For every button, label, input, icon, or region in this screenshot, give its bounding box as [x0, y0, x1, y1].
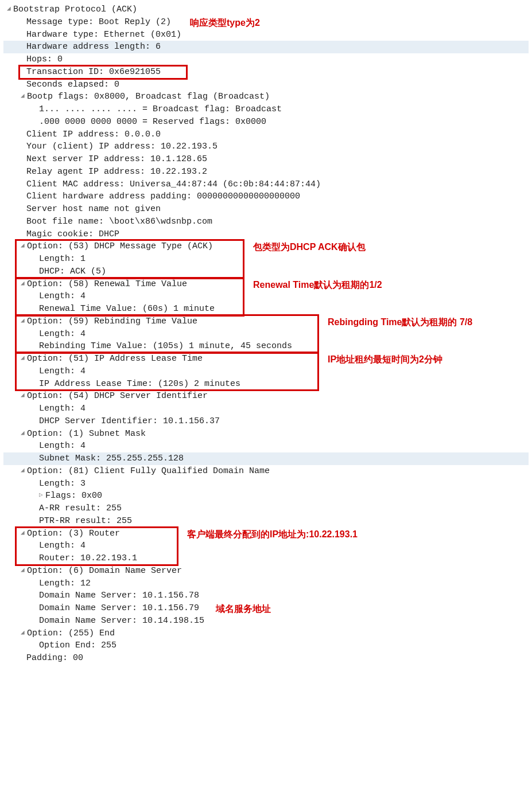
field-hardware-type[interactable]: Hardware type: Ethernet (0x01): [3, 29, 529, 41]
option-58-length[interactable]: Length: 4: [3, 290, 529, 303]
annot-opt58: Renewal Time默认为租期的1/2: [253, 278, 382, 291]
option-59-header[interactable]: ◢Option: (59) Rebinding Time ValueRebing…: [3, 315, 529, 328]
field-your-ip[interactable]: Your (client) IP address: 10.22.193.5: [3, 140, 529, 153]
packet-detail-pane[interactable]: ◢Bootstrap Protocol (ACK) Message type: …: [3, 3, 529, 665]
option-53-header[interactable]: ◢Option: (53) DHCP Message Type (ACK)包类型…: [3, 240, 529, 253]
field-message-type[interactable]: Message type: Boot Reply (2)响应类型type为2: [3, 16, 529, 29]
expand-icon[interactable]: ◢: [21, 92, 27, 101]
expand-icon[interactable]: ◢: [21, 317, 27, 326]
collapsed-icon[interactable]: ▷: [39, 491, 45, 500]
option-51-length[interactable]: Length: 4: [3, 365, 529, 378]
option-58-header[interactable]: ◢Option: (58) Renewal Time ValueRenewal …: [3, 278, 529, 291]
field-seconds-elapsed[interactable]: Seconds elapsed: 0: [3, 79, 529, 91]
tree-root[interactable]: ◢Bootstrap Protocol (ACK): [3, 3, 529, 16]
field-relay-agent-ip[interactable]: Relay agent IP address: 10.22.193.2: [3, 166, 529, 178]
option-3-value[interactable]: Router: 10.22.193.1: [3, 552, 529, 565]
option-3-header[interactable]: ◢Option: (3) Router客户端最终分配到的IP地址为:10.22.…: [3, 528, 529, 540]
option-81-length[interactable]: Length: 3: [3, 478, 529, 490]
annot-opt59: Rebingding Time默认为租期的 7/8: [328, 315, 472, 329]
field-bootp-flags[interactable]: ◢Bootp flags: 0x8000, Broadcast flag (Br…: [3, 91, 529, 103]
option-54-header[interactable]: ◢Option: (54) DHCP Server Identifier: [3, 390, 529, 403]
expand-icon[interactable]: ◢: [21, 391, 27, 400]
option-59-value[interactable]: Rebinding Time Value: (105s) 1 minute, 4…: [3, 340, 529, 353]
field-server-host-name[interactable]: Server host name not given: [3, 203, 529, 216]
expand-icon[interactable]: ◢: [7, 5, 13, 14]
option-6-dns2[interactable]: Domain Name Server: 10.1.156.79域名服务地址: [3, 602, 529, 615]
option-255-header[interactable]: ◢Option: (255) End: [3, 627, 529, 640]
option-3-length[interactable]: Length: 4: [3, 540, 529, 552]
annot-opt3: 客户端最终分配到的IP地址为:10.22.193.1: [187, 528, 358, 541]
option-54-length[interactable]: Length: 4: [3, 403, 529, 415]
option-81-a-rr[interactable]: A-RR result: 255: [3, 502, 529, 515]
option-81-flags[interactable]: ▷Flags: 0x00: [3, 490, 529, 502]
option-6-dns1[interactable]: Domain Name Server: 10.1.156.78: [3, 590, 529, 602]
flag-reserved[interactable]: .000 0000 0000 0000 = Reserved flags: 0x…: [3, 116, 529, 128]
expand-icon[interactable]: ◢: [21, 566, 27, 575]
expand-icon[interactable]: ◢: [21, 466, 27, 475]
option-6-header[interactable]: ◢Option: (6) Domain Name Server: [3, 565, 529, 577]
expand-icon[interactable]: ◢: [21, 429, 27, 438]
option-6-dns3[interactable]: Domain Name Server: 10.14.198.15: [3, 615, 529, 627]
option-53-length[interactable]: Length: 1: [3, 253, 529, 266]
option-1-length[interactable]: Length: 4: [3, 440, 529, 452]
option-81-header[interactable]: ◢Option: (81) Client Fully Qualified Dom…: [3, 465, 529, 478]
annot-opt53: 包类型为DHCP ACK确认包: [253, 240, 366, 253]
option-6-length[interactable]: Length: 12: [3, 577, 529, 590]
field-client-mac[interactable]: Client MAC address: Universa_44:87:44 (6…: [3, 178, 529, 191]
option-1-header[interactable]: ◢Option: (1) Subnet Mask: [3, 428, 529, 440]
field-client-ip[interactable]: Client IP address: 0.0.0.0: [3, 128, 529, 141]
option-54-value[interactable]: DHCP Server Identifier: 10.1.156.37: [3, 415, 529, 428]
expand-icon[interactable]: ◢: [21, 529, 27, 538]
field-hops[interactable]: Hops: 0: [3, 53, 529, 66]
field-boot-file[interactable]: Boot file name: \boot\x86\wdsnbp.com: [3, 216, 529, 228]
field-chaddr-padding[interactable]: Client hardware address padding: 0000000…: [3, 190, 529, 203]
option-255-value[interactable]: Option End: 255: [3, 639, 529, 652]
option-51-header[interactable]: ◢Option: (51) IP Address Lease TimeIP地址租…: [3, 353, 529, 365]
option-53-value[interactable]: DHCP: ACK (5): [3, 266, 529, 278]
annot-msg-type: 响应类型type为2: [190, 16, 260, 29]
option-59-length[interactable]: Length: 4: [3, 328, 529, 341]
field-transaction-id[interactable]: Transaction ID: 0x6e921055: [3, 66, 529, 79]
option-58-value[interactable]: Renewal Time Value: (60s) 1 minute: [3, 303, 529, 315]
field-padding[interactable]: Padding: 00: [3, 652, 529, 665]
field-hw-addr-len[interactable]: Hardware address length: 6: [3, 41, 529, 53]
option-81-ptr-rr[interactable]: PTR-RR result: 255: [3, 515, 529, 528]
expand-icon[interactable]: ◢: [21, 628, 27, 638]
option-51-value[interactable]: IP Address Lease Time: (120s) 2 minutes: [3, 378, 529, 391]
annot-opt6: 域名服务地址: [216, 602, 271, 615]
expand-icon[interactable]: ◢: [21, 354, 27, 363]
expand-icon[interactable]: ◢: [21, 279, 27, 288]
option-1-value[interactable]: Subnet Mask: 255.255.255.128: [3, 452, 529, 465]
expand-icon[interactable]: ◢: [21, 241, 27, 251]
flag-broadcast[interactable]: 1... .... .... .... = Broadcast flag: Br…: [3, 103, 529, 116]
field-next-server-ip[interactable]: Next server IP address: 10.1.128.65: [3, 153, 529, 166]
annot-opt51: IP地址租约最短时间为2分钟: [328, 353, 442, 366]
root-label: Bootstrap Protocol (ACK): [13, 5, 137, 14]
field-magic-cookie[interactable]: Magic cookie: DHCP: [3, 228, 529, 241]
